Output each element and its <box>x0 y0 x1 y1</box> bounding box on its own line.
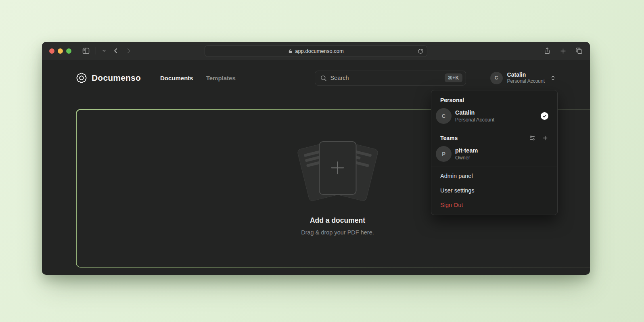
nav-documents[interactable]: Documents <box>160 75 193 82</box>
account-avatar: C <box>490 72 503 84</box>
account-name: Catalin <box>507 71 545 79</box>
tab-overview-icon[interactable] <box>575 47 583 54</box>
reload-icon[interactable] <box>418 48 423 54</box>
chevron-down-icon[interactable] <box>102 48 107 53</box>
browser-titlebar: app.documenso.com <box>42 42 590 60</box>
add-document-plus-icon <box>319 141 356 195</box>
search-icon <box>320 75 327 82</box>
new-tab-plus-icon[interactable] <box>560 48 567 54</box>
brand-name: Documenso <box>92 73 141 83</box>
personal-subtitle: Personal Account <box>455 117 494 123</box>
nav-templates[interactable]: Templates <box>206 75 236 82</box>
personal-avatar: C <box>436 108 452 124</box>
team-avatar: P <box>436 146 452 162</box>
documenso-logo-icon <box>76 72 87 84</box>
chevrons-up-down-icon <box>550 75 556 81</box>
create-team-plus-icon[interactable] <box>542 135 548 141</box>
teams-section-label: Teams <box>440 135 458 141</box>
search-input[interactable] <box>330 75 441 81</box>
teams-section-header: Teams <box>431 131 557 144</box>
maximize-window-button[interactable] <box>66 48 71 54</box>
toolbar-divider <box>96 47 96 54</box>
close-window-button[interactable] <box>49 48 54 54</box>
personal-name: Catalin <box>455 109 494 117</box>
traffic-lights <box>49 48 71 54</box>
document-stack-icon <box>295 141 380 202</box>
browser-window: app.documenso.com Documenso Doc <box>42 42 590 275</box>
search-bar[interactable]: ⌘+K <box>315 71 466 86</box>
account-dropdown-menu: Personal C Catalin Personal Account Team… <box>431 90 558 215</box>
brand[interactable]: Documenso <box>76 72 141 84</box>
share-icon[interactable] <box>544 47 551 54</box>
menu-item-admin-panel[interactable]: Admin panel <box>431 169 557 183</box>
personal-account-item[interactable]: C Catalin Personal Account <box>431 106 557 128</box>
menu-item-user-settings[interactable]: User settings <box>431 183 557 198</box>
lock-icon <box>288 49 293 54</box>
url-text: app.documenso.com <box>295 48 344 54</box>
manage-teams-sliders-icon[interactable] <box>529 135 535 141</box>
selected-check-icon <box>541 112 548 120</box>
menu-divider <box>431 129 557 129</box>
team-item[interactable]: P pit-team Owner <box>431 144 557 166</box>
forward-icon[interactable] <box>125 47 132 54</box>
account-subtitle: Personal Account <box>507 78 545 84</box>
dropzone-title: Add a document <box>310 216 365 225</box>
menu-item-sign-out[interactable]: Sign Out <box>431 198 557 212</box>
minimize-window-button[interactable] <box>58 48 63 54</box>
account-menu-trigger[interactable]: C Catalin Personal Account <box>490 71 556 85</box>
back-icon[interactable] <box>112 47 119 54</box>
dropzone-subtitle: Drag & drop your PDF here. <box>301 229 374 236</box>
sidebar-icon[interactable] <box>82 47 90 55</box>
team-name: pit-team <box>455 147 478 155</box>
team-role: Owner <box>455 155 478 161</box>
main-nav: Documents Templates <box>160 75 236 82</box>
personal-section-label: Personal <box>431 93 557 106</box>
menu-divider <box>431 167 557 167</box>
address-bar[interactable]: app.documenso.com <box>205 45 427 57</box>
search-shortcut-badge: ⌘+K <box>445 73 462 82</box>
